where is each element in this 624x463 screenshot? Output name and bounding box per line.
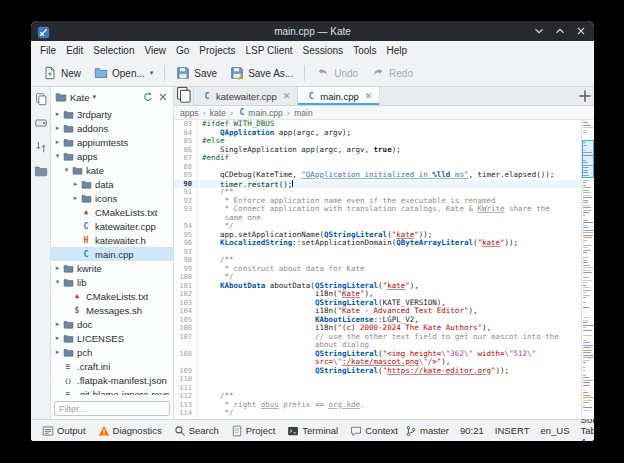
tree-item-lib[interactable]: ▾lib <box>51 275 173 289</box>
chevron-right-icon[interactable]: ▸ <box>53 124 62 132</box>
filter-input[interactable] <box>54 401 170 416</box>
code-line-114[interactable]: 114 */ <box>174 409 581 418</box>
chevron-right-icon[interactable]: ▸ <box>71 194 80 202</box>
tree-item-katewaiter-cpp[interactable]: Ckatewaiter.cpp <box>51 219 173 233</box>
code-segment: dbus <box>261 400 279 409</box>
breadcrumb-apps[interactable]: apps <box>180 108 198 118</box>
menu-go[interactable]: Go <box>171 43 194 58</box>
minimap-line <box>583 245 592 246</box>
menu-projects[interactable]: Projects <box>194 43 240 58</box>
statusbar-context-button[interactable]: Context <box>345 423 403 439</box>
close-project-button[interactable] <box>157 91 169 103</box>
project-selector[interactable]: Kate <box>70 92 90 103</box>
code-line-109[interactable]: 109 QStringLiteral("https://kate-editor.… <box>174 367 581 376</box>
code-lines[interactable]: 83#ifdef WITH_DBUS84 QApplication app(ar… <box>174 120 581 419</box>
tab-katewaiter-cpp[interactable]: Ckatewaiter.cpp✕ <box>194 87 298 105</box>
tree-item-3rdparty[interactable]: ▸3rdparty <box>51 107 173 121</box>
statusbar-output-button[interactable]: Output <box>37 423 91 439</box>
document-list-button[interactable] <box>174 87 194 105</box>
tree-item-doc[interactable]: ▸doc <box>51 317 173 331</box>
breadcrumb-kate[interactable]: kate <box>210 108 226 118</box>
menu-sessions[interactable]: Sessions <box>298 43 349 58</box>
chevron-down-icon[interactable]: ▾ <box>53 278 62 286</box>
tool-projects-button[interactable] <box>34 164 48 178</box>
maximize-button[interactable] <box>553 24 567 38</box>
code-line-90[interactable]: 90 timer.restart(); <box>174 180 581 189</box>
chevron-right-icon[interactable]: ▸ <box>53 138 62 146</box>
chevron-right-icon[interactable]: ▸ <box>53 348 62 356</box>
code-line-99[interactable]: 99 * construct about data for Kate <box>174 265 581 274</box>
redo-button[interactable]: Redo <box>365 63 419 83</box>
status-90-21[interactable]: 90:21 <box>460 425 484 436</box>
chevron-right-icon[interactable]: ▸ <box>53 110 62 118</box>
menu-help[interactable]: Help <box>381 43 412 58</box>
menu-tools[interactable]: Tools <box>348 43 381 58</box>
tool-filesystem-browser-button[interactable] <box>34 116 48 130</box>
statusbar-project-button[interactable]: Project <box>226 423 281 439</box>
chevron-right-icon[interactable]: ▸ <box>71 180 80 188</box>
tree-item-main-cpp[interactable]: Cmain.cpp <box>51 247 173 261</box>
menu-edit[interactable]: Edit <box>61 43 88 58</box>
chevron-down-icon[interactable]: ▾ <box>53 152 62 160</box>
code-line-84[interactable]: 84 QApplication app(argc, argv); <box>174 129 581 138</box>
tree-item-addons[interactable]: ▸addons <box>51 121 173 135</box>
tree-item-cmakelists-txt[interactable]: ▲CMakeLists.txt <box>51 289 173 303</box>
new-button[interactable]: New <box>37 63 87 83</box>
minimap-viewport[interactable] <box>582 140 594 178</box>
chevron-right-icon[interactable]: ▸ <box>53 264 62 272</box>
undo-button[interactable]: Undo <box>310 63 364 83</box>
tree-item-appiumtests[interactable]: ▸appiumtests <box>51 135 173 149</box>
tree-item-git-blame-ignore-revs[interactable]: ≡.git-blame-ignore-revs <box>51 387 173 395</box>
code-line-111[interactable]: 111 <box>174 384 581 393</box>
tree-item-apps[interactable]: ▾apps <box>51 149 173 163</box>
chevron-down-icon[interactable]: ▾ <box>62 166 71 174</box>
tree-item-pch[interactable]: ▸pch <box>51 345 173 359</box>
tool-documents-button[interactable] <box>34 92 48 106</box>
status-en-us[interactable]: en_US <box>540 425 569 436</box>
tree-item-messages-sh[interactable]: $Messages.sh <box>51 303 173 317</box>
status-master[interactable]: master <box>405 425 449 437</box>
menu-view[interactable]: View <box>140 43 172 58</box>
chevron-right-icon[interactable]: ▸ <box>53 320 62 328</box>
breadcrumb-main-cpp[interactable]: Cmain.cpp <box>237 108 283 118</box>
tree-item-data[interactable]: ▸data <box>51 177 173 191</box>
tool-git-button[interactable] <box>34 140 48 154</box>
minimize-button[interactable] <box>532 24 546 38</box>
tree-item-kwrite[interactable]: ▸kwrite <box>51 261 173 275</box>
tree-item-kate[interactable]: ▾kate <box>51 163 173 177</box>
minimap-line <box>583 277 589 278</box>
chevron-right-icon[interactable]: ▸ <box>53 334 62 342</box>
code-line-96[interactable]: 96 KLocalizedString::setApplicationDomai… <box>174 239 581 248</box>
minimap[interactable] <box>581 120 594 419</box>
status-insert[interactable]: INSERT <box>495 425 530 436</box>
menu-selection[interactable]: Selection <box>88 43 139 58</box>
statusbar-terminal-button[interactable]: Terminal <box>282 423 343 439</box>
title-bar[interactable]: main.cpp — Kate <box>31 21 594 41</box>
code-line-113[interactable]: 113 * right dbus prefix == org.kde. <box>174 401 581 410</box>
menu-file[interactable]: File <box>35 43 61 58</box>
tree-item-licenses[interactable]: ▸LICENSES <box>51 331 173 345</box>
tree-item-cmakelists-txt[interactable]: ▲CMakeLists.txt <box>51 205 173 219</box>
save-as-button[interactable]: Save As... <box>224 63 299 83</box>
statusbar-diagnostics-button[interactable]: Diagnostics <box>93 423 167 439</box>
code-line-110[interactable]: 110 <box>174 375 581 384</box>
open-button[interactable]: Open...▾ <box>88 63 159 83</box>
tree-item-flatpak-manifest-json[interactable]: {}.flatpak-manifest.json <box>51 373 173 387</box>
tree-item-icons[interactable]: ▸icons <box>51 191 173 205</box>
breadcrumb-main[interactable]: main <box>294 108 312 118</box>
close-button[interactable] <box>574 24 588 38</box>
code-line-87[interactable]: 87#endif <box>174 154 581 163</box>
close-tab-icon[interactable]: ✕ <box>365 91 373 101</box>
code-line-86[interactable]: 86 SingleApplication app(argc, argv, tru… <box>174 146 581 155</box>
tree-item-craft-ini[interactable]: ≡.craft.ini <box>51 359 173 373</box>
close-tab-icon[interactable]: ✕ <box>283 91 291 101</box>
statusbar-search-button[interactable]: Search <box>169 423 224 439</box>
reload-project-button[interactable] <box>142 91 154 103</box>
save-button[interactable]: Save <box>170 63 223 83</box>
code-line-wrap[interactable]: same one <box>174 214 581 223</box>
tree-item-katewaiter-h[interactable]: Hkatewaiter.h <box>51 233 173 247</box>
code-line-97[interactable]: 97 <box>174 248 581 257</box>
menu-lsp-client[interactable]: LSP Client <box>240 43 297 58</box>
tab-main-cpp[interactable]: Cmain.cpp✕ <box>298 87 380 105</box>
new-tab-button[interactable] <box>576 87 594 105</box>
